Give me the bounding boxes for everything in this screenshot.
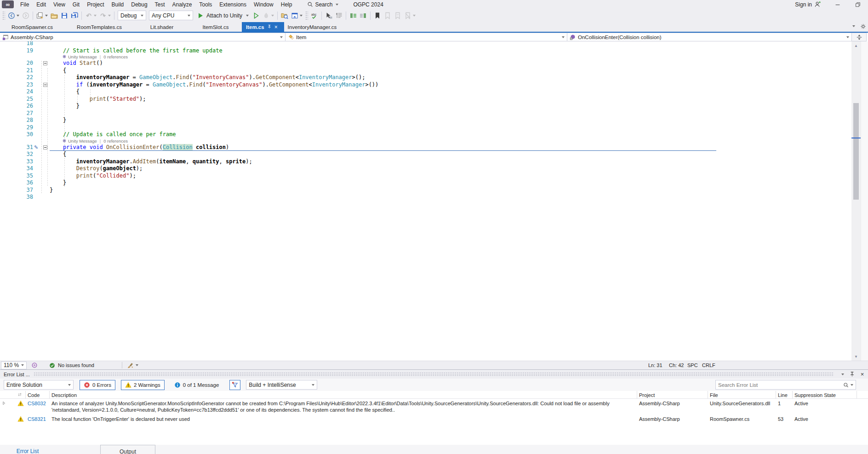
tab-error-list[interactable]: Error List (6, 445, 49, 454)
health-status-text[interactable]: No issues found (58, 362, 94, 368)
search-icon[interactable] (843, 382, 849, 388)
scroll-up-arrow-icon[interactable]: ▲ (851, 42, 861, 49)
error-search-box[interactable] (715, 380, 856, 390)
column-line[interactable]: Line (776, 391, 793, 399)
tab-roomspawner-cs[interactable]: RoomSpawner.cs (0, 22, 64, 32)
code-line[interactable]: 26 } (0, 103, 847, 110)
search-menu-button[interactable]: Search (304, 1, 341, 8)
bookmark-clear-button[interactable] (403, 10, 417, 21)
menu-analyze[interactable]: Analyze (169, 1, 196, 8)
tab-itemslot-cs[interactable]: ItemSlot.cs (189, 22, 242, 32)
minimize-button[interactable] (828, 0, 848, 9)
pin-icon[interactable] (848, 371, 857, 378)
menu-build[interactable]: Build (108, 1, 128, 8)
code-cleanup-icon[interactable] (127, 362, 134, 369)
fold-collapse-box[interactable] (43, 83, 47, 87)
restore-button[interactable] (848, 0, 868, 9)
code-line[interactable]: 20 void Start() (0, 60, 847, 67)
open-file-button[interactable] (49, 10, 59, 21)
menu-view[interactable]: View (50, 1, 69, 8)
config-dropdown[interactable]: Debug (118, 11, 146, 20)
error-row[interactable]: CS8032An instance of analyzer Unity.Mono… (0, 399, 868, 414)
close-icon[interactable]: × (858, 371, 867, 378)
navigate-forward-button[interactable] (21, 10, 31, 21)
code-editor[interactable]: 1819 // Start is called before the first… (0, 41, 868, 361)
intellisense-orb-icon[interactable] (31, 362, 38, 369)
code-line[interactable]: 19 // Start is called before the first f… (0, 47, 847, 55)
member-dropdown[interactable]: OnCollisionEnter(Collision collision) (567, 33, 852, 41)
row-expander[interactable] (0, 400, 16, 407)
tab-list-chevron-icon[interactable] (852, 25, 855, 27)
error-code-link[interactable]: CS8032 (26, 400, 50, 407)
error-search-input[interactable] (718, 382, 843, 388)
toolbar-drag-handle[interactable] (305, 11, 308, 20)
error-row[interactable]: CS8321The local function 'OnTriggerEnter… (0, 414, 868, 425)
column-severity[interactable] (16, 391, 26, 399)
errors-filter-button[interactable]: 0 Errors (80, 380, 115, 390)
chevron-down-icon[interactable] (136, 364, 138, 366)
find-in-files-button[interactable] (280, 10, 290, 21)
scroll-down-arrow-icon[interactable]: ▼ (851, 353, 861, 360)
tab-roomtemplates-cs[interactable]: RoomTemplates.cs (64, 22, 134, 32)
spell-check-button[interactable]: abc (309, 10, 320, 21)
code-line[interactable]: 24 { (0, 88, 847, 96)
code-line[interactable]: 35 print("Collided"); (0, 172, 847, 180)
warnings-filter-button[interactable]: 2 Warnings (121, 380, 165, 390)
menu-test[interactable]: Test (151, 1, 169, 8)
undo-button[interactable]: ↶ (84, 10, 98, 21)
project-dropdown[interactable]: Assembly-CSharp (0, 33, 286, 41)
filter-button[interactable] (229, 380, 240, 390)
column-code[interactable]: Code (26, 391, 50, 399)
zoom-level-dropdown[interactable]: 110 % (1, 362, 27, 369)
code-line[interactable]: 34 Destroy(gameObject); (0, 165, 847, 172)
code-line[interactable]: 36 } (0, 179, 847, 187)
save-all-button[interactable] (69, 10, 80, 21)
editor-vertical-scrollbar[interactable]: ▲ ▼ (851, 41, 861, 361)
attach-to-unity-button[interactable]: Attach to Unity (194, 10, 251, 21)
messages-filter-button[interactable]: 0 of 1 Message (170, 380, 223, 390)
start-without-debugging-button[interactable] (251, 10, 261, 21)
uncomment-selection-button[interactable] (358, 10, 368, 21)
code-line[interactable]: 33 inventoryManager.AddItem(itemName, qu… (0, 158, 847, 166)
codelens-references[interactable]: 0 references (103, 138, 128, 144)
column-description[interactable]: Description (50, 391, 637, 399)
menu-project[interactable]: Project (83, 1, 108, 8)
sign-in-button[interactable]: Sign in (795, 1, 821, 8)
error-code-link[interactable]: CS8321 (26, 416, 50, 422)
code-line[interactable]: 22 inventoryManager = GameObject.Find("I… (0, 74, 847, 81)
code-line[interactable]: 38 (0, 194, 847, 201)
codelens-label[interactable]: Unity Message (68, 54, 97, 60)
bookmark-previous-button[interactable] (383, 10, 393, 21)
type-dropdown[interactable]: Item (285, 33, 567, 41)
bookmark-toggle-button[interactable] (372, 10, 383, 21)
scope-dropdown[interactable]: Entire Solution (4, 380, 74, 390)
window-position-chevron-icon[interactable] (838, 371, 846, 378)
select-tool-button[interactable] (324, 10, 334, 21)
split-window-handle[interactable] (851, 33, 867, 41)
comment-selection-button[interactable] (348, 10, 358, 21)
code-line[interactable]: 23 if (inventoryManager = GameObject.Fin… (0, 81, 847, 89)
scrollbar-thumb[interactable] (853, 103, 859, 200)
error-list-title-bar[interactable]: Error List ... × (0, 370, 868, 379)
gear-icon[interactable] (860, 23, 866, 29)
menu-file[interactable]: File (17, 1, 33, 8)
ide-window-button[interactable] (290, 10, 304, 21)
codelens-row[interactable]: Unity Message|0 references (0, 54, 847, 60)
menu-git[interactable]: Git (69, 1, 83, 8)
pin-icon[interactable] (267, 24, 272, 30)
bookmark-next-button[interactable] (393, 10, 403, 21)
fold-collapse-box[interactable] (43, 145, 47, 149)
column-project[interactable]: Project (637, 391, 708, 399)
column-file[interactable]: File (708, 391, 776, 399)
menu-edit[interactable]: Edit (33, 1, 50, 8)
tab-lit-shader[interactable]: Lit.shader (134, 22, 189, 32)
code-line[interactable]: 31✎ private void OnCollisionEnter(Collis… (0, 144, 847, 151)
severity-sort-icon[interactable] (17, 392, 22, 398)
menu-tools[interactable]: Tools (195, 1, 216, 8)
redo-button[interactable]: ↷ (98, 10, 112, 21)
tab-inventorymanager-cs[interactable]: InventoryManager.cs (284, 22, 340, 32)
source-dropdown[interactable]: Build + IntelliSense (246, 380, 317, 390)
new-project-button[interactable] (35, 10, 49, 21)
code-line[interactable]: 28 } (0, 117, 847, 124)
column-suppression-state[interactable]: Suppression State (793, 391, 857, 399)
